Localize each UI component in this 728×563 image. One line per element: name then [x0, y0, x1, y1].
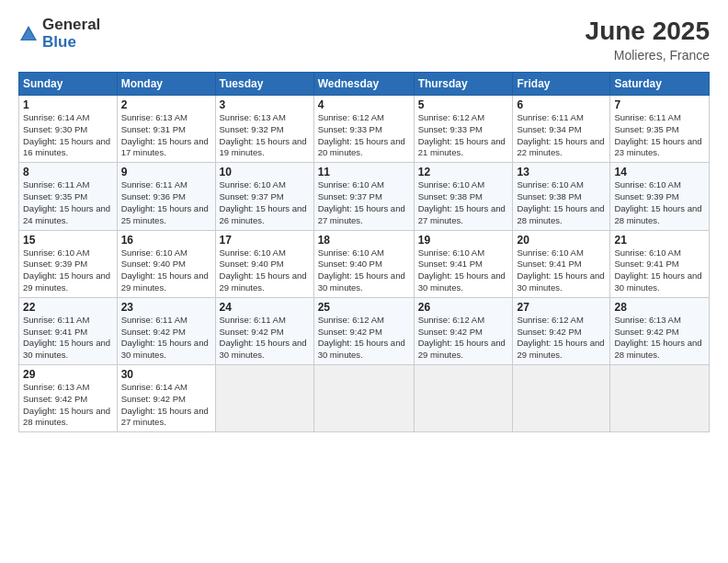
- day-info: Sunrise: 6:12 AMSunset: 9:42 PMDaylight:…: [318, 315, 410, 362]
- day-number: 27: [517, 301, 606, 314]
- day-number: 11: [318, 166, 410, 178]
- calendar-day-cell: 1Sunrise: 6:14 AMSunset: 9:30 PMDaylight…: [19, 96, 118, 163]
- day-info: Sunrise: 6:10 AMSunset: 9:37 PMDaylight:…: [318, 179, 410, 226]
- month-title: June 2025: [586, 17, 710, 46]
- calendar-week-row: 22Sunrise: 6:11 AMSunset: 9:41 PMDayligh…: [19, 297, 710, 364]
- header: General Blue June 2025 Molieres, France: [18, 17, 710, 63]
- day-info: Sunrise: 6:10 AMSunset: 9:41 PMDaylight:…: [418, 247, 509, 294]
- calendar-week-row: 29Sunrise: 6:13 AMSunset: 9:42 PMDayligh…: [19, 365, 710, 432]
- day-number: 25: [318, 301, 410, 314]
- day-number: 6: [517, 98, 606, 111]
- day-number: 22: [23, 301, 113, 314]
- page: General Blue June 2025 Molieres, France …: [0, 0, 728, 563]
- day-of-week-header: Saturday: [610, 73, 710, 96]
- calendar-day-cell: 23Sunrise: 6:11 AMSunset: 9:42 PMDayligh…: [117, 297, 215, 364]
- day-info: Sunrise: 6:13 AMSunset: 9:42 PMDaylight:…: [614, 315, 705, 362]
- calendar-day-cell: 15Sunrise: 6:10 AMSunset: 9:39 PMDayligh…: [19, 230, 118, 297]
- day-info: Sunrise: 6:10 AMSunset: 9:37 PMDaylight:…: [220, 179, 310, 226]
- calendar-day-cell: 25Sunrise: 6:12 AMSunset: 9:42 PMDayligh…: [313, 297, 414, 364]
- day-number: 14: [614, 166, 705, 178]
- calendar-day-cell: [610, 365, 710, 432]
- calendar-day-cell: 20Sunrise: 6:10 AMSunset: 9:41 PMDayligh…: [513, 230, 610, 297]
- calendar-day-cell: 9Sunrise: 6:11 AMSunset: 9:36 PMDaylight…: [117, 163, 215, 230]
- day-info: Sunrise: 6:13 AMSunset: 9:31 PMDaylight:…: [121, 112, 211, 159]
- logo-blue: Blue: [42, 34, 100, 52]
- calendar-day-cell: 19Sunrise: 6:10 AMSunset: 9:41 PMDayligh…: [414, 230, 513, 297]
- day-number: 4: [318, 98, 410, 111]
- calendar-day-cell: 30Sunrise: 6:14 AMSunset: 9:42 PMDayligh…: [117, 365, 215, 432]
- day-of-week-header: Tuesday: [215, 73, 313, 96]
- day-number: 29: [23, 368, 113, 381]
- day-number: 30: [121, 368, 211, 381]
- day-info: Sunrise: 6:12 AMSunset: 9:42 PMDaylight:…: [517, 315, 606, 362]
- calendar-day-cell: 12Sunrise: 6:10 AMSunset: 9:38 PMDayligh…: [414, 163, 513, 230]
- calendar-day-cell: 27Sunrise: 6:12 AMSunset: 9:42 PMDayligh…: [513, 297, 610, 364]
- calendar-day-cell: [513, 365, 610, 432]
- day-number: 15: [23, 234, 113, 247]
- day-number: 3: [220, 98, 310, 111]
- day-info: Sunrise: 6:10 AMSunset: 9:41 PMDaylight:…: [614, 247, 705, 294]
- calendar-week-row: 1Sunrise: 6:14 AMSunset: 9:30 PMDaylight…: [19, 96, 710, 163]
- day-info: Sunrise: 6:10 AMSunset: 9:40 PMDaylight:…: [220, 247, 310, 294]
- day-info: Sunrise: 6:10 AMSunset: 9:41 PMDaylight:…: [517, 247, 606, 294]
- calendar-week-row: 8Sunrise: 6:11 AMSunset: 9:35 PMDaylight…: [19, 163, 710, 230]
- day-info: Sunrise: 6:10 AMSunset: 9:40 PMDaylight:…: [121, 247, 211, 294]
- day-number: 23: [121, 301, 211, 314]
- day-number: 7: [614, 98, 705, 111]
- day-info: Sunrise: 6:10 AMSunset: 9:40 PMDaylight:…: [318, 247, 410, 294]
- day-info: Sunrise: 6:10 AMSunset: 9:38 PMDaylight:…: [418, 179, 509, 226]
- calendar-day-cell: 5Sunrise: 6:12 AMSunset: 9:33 PMDaylight…: [414, 96, 513, 163]
- day-info: Sunrise: 6:11 AMSunset: 9:41 PMDaylight:…: [23, 315, 113, 362]
- calendar-day-cell: 2Sunrise: 6:13 AMSunset: 9:31 PMDaylight…: [117, 96, 215, 163]
- calendar-day-cell: 24Sunrise: 6:11 AMSunset: 9:42 PMDayligh…: [215, 297, 313, 364]
- calendar-day-cell: 3Sunrise: 6:13 AMSunset: 9:32 PMDaylight…: [215, 96, 313, 163]
- day-number: 26: [418, 301, 509, 314]
- calendar-day-cell: 13Sunrise: 6:10 AMSunset: 9:38 PMDayligh…: [513, 163, 610, 230]
- day-of-week-header: Wednesday: [313, 73, 414, 96]
- calendar-day-cell: 26Sunrise: 6:12 AMSunset: 9:42 PMDayligh…: [414, 297, 513, 364]
- day-info: Sunrise: 6:11 AMSunset: 9:34 PMDaylight:…: [517, 112, 606, 159]
- day-info: Sunrise: 6:12 AMSunset: 9:33 PMDaylight:…: [418, 112, 509, 159]
- day-number: 19: [418, 234, 509, 247]
- day-info: Sunrise: 6:10 AMSunset: 9:39 PMDaylight:…: [614, 179, 705, 226]
- day-of-week-header: Monday: [117, 73, 215, 96]
- calendar-day-cell: 14Sunrise: 6:10 AMSunset: 9:39 PMDayligh…: [610, 163, 710, 230]
- day-info: Sunrise: 6:10 AMSunset: 9:39 PMDaylight:…: [23, 247, 113, 294]
- day-number: 2: [121, 98, 211, 111]
- day-info: Sunrise: 6:11 AMSunset: 9:36 PMDaylight:…: [121, 179, 211, 226]
- day-number: 8: [23, 166, 113, 178]
- calendar-header-row: SundayMondayTuesdayWednesdayThursdayFrid…: [19, 73, 710, 96]
- day-number: 9: [121, 166, 211, 178]
- day-info: Sunrise: 6:11 AMSunset: 9:42 PMDaylight:…: [220, 315, 310, 362]
- calendar-day-cell: 10Sunrise: 6:10 AMSunset: 9:37 PMDayligh…: [215, 163, 313, 230]
- day-info: Sunrise: 6:13 AMSunset: 9:42 PMDaylight:…: [23, 382, 113, 429]
- day-info: Sunrise: 6:11 AMSunset: 9:35 PMDaylight:…: [614, 112, 705, 159]
- day-number: 16: [121, 234, 211, 247]
- location: Molieres, France: [586, 48, 710, 63]
- calendar-day-cell: 8Sunrise: 6:11 AMSunset: 9:35 PMDaylight…: [19, 163, 118, 230]
- day-info: Sunrise: 6:12 AMSunset: 9:33 PMDaylight:…: [318, 112, 410, 159]
- calendar-day-cell: [215, 365, 313, 432]
- day-of-week-header: Thursday: [414, 73, 513, 96]
- calendar-day-cell: 6Sunrise: 6:11 AMSunset: 9:34 PMDaylight…: [513, 96, 610, 163]
- logo-text: General Blue: [42, 17, 100, 51]
- day-number: 1: [23, 98, 113, 111]
- day-of-week-header: Sunday: [19, 73, 118, 96]
- calendar-day-cell: 28Sunrise: 6:13 AMSunset: 9:42 PMDayligh…: [610, 297, 710, 364]
- day-info: Sunrise: 6:14 AMSunset: 9:42 PMDaylight:…: [121, 382, 211, 429]
- logo-icon: [18, 24, 39, 44]
- calendar-table: SundayMondayTuesdayWednesdayThursdayFrid…: [18, 72, 710, 432]
- day-number: 18: [318, 234, 410, 247]
- day-number: 10: [220, 166, 310, 178]
- day-number: 12: [418, 166, 509, 178]
- calendar-day-cell: [313, 365, 414, 432]
- day-info: Sunrise: 6:12 AMSunset: 9:42 PMDaylight:…: [418, 315, 509, 362]
- calendar-day-cell: 17Sunrise: 6:10 AMSunset: 9:40 PMDayligh…: [215, 230, 313, 297]
- calendar-day-cell: 16Sunrise: 6:10 AMSunset: 9:40 PMDayligh…: [117, 230, 215, 297]
- day-info: Sunrise: 6:13 AMSunset: 9:32 PMDaylight:…: [220, 112, 310, 159]
- day-info: Sunrise: 6:10 AMSunset: 9:38 PMDaylight:…: [517, 179, 606, 226]
- logo-general: General: [42, 17, 100, 34]
- day-number: 28: [614, 301, 705, 314]
- day-number: 17: [220, 234, 310, 247]
- calendar-week-row: 15Sunrise: 6:10 AMSunset: 9:39 PMDayligh…: [19, 230, 710, 297]
